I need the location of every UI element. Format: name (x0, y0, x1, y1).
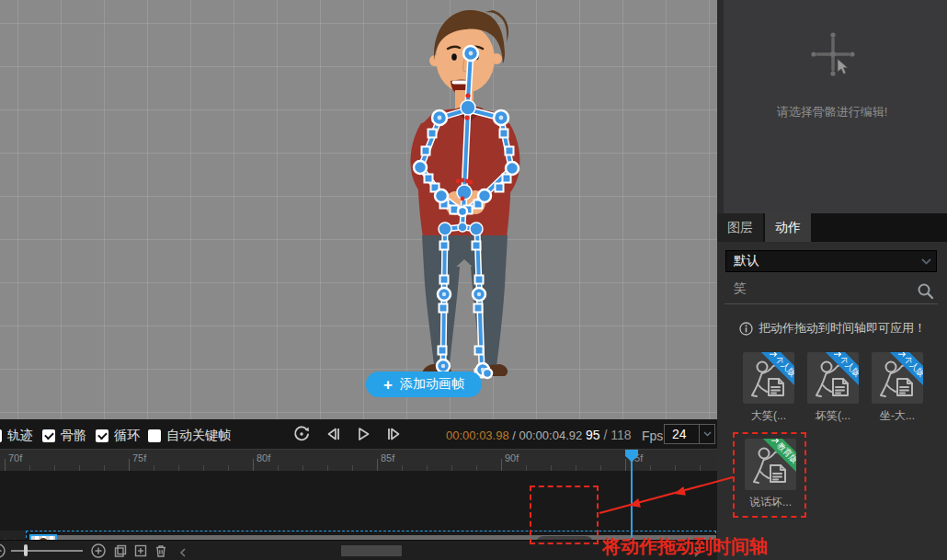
action-thumbnail: 个人版 (807, 352, 859, 404)
loop-playback-button[interactable] (292, 425, 313, 443)
zoom-out-button[interactable] (0, 543, 6, 560)
search-icon[interactable] (917, 282, 934, 303)
scroll-left-icon (178, 547, 188, 558)
action-label: 说话坏... (749, 495, 792, 510)
trash-icon (154, 543, 168, 558)
right-panel: 请选择骨骼进行编辑! 图层 动作 默认 (717, 0, 947, 560)
toggle-label: 骨骼 (61, 428, 86, 444)
preview-hint-text: 请选择骨骼进行编辑! (717, 104, 947, 120)
toggle-label: 循环 (114, 428, 140, 444)
toggle-trajectory[interactable]: 轨迹 (0, 428, 33, 444)
scrollbar-thumb[interactable] (341, 545, 402, 556)
toggle-loop[interactable]: 循环 (96, 428, 140, 444)
action-label: 大笑(... (751, 408, 786, 424)
copy-frame-button[interactable] (113, 543, 128, 560)
zoom-in-button[interactable] (91, 543, 106, 560)
toggle-auto-keyframe[interactable]: 自动关键帧 (148, 428, 231, 444)
tab-layers[interactable]: 图层 (717, 213, 763, 242)
auto-keyframe-checkbox[interactable] (148, 429, 161, 442)
crosshair-icon (804, 26, 861, 83)
drag-tip: 把动作拖动到时间轴即可应用！ (739, 320, 926, 337)
action-thumbnail: 个人版 (872, 352, 923, 404)
delete-button[interactable] (154, 543, 168, 560)
info-icon (739, 322, 753, 336)
time-display: 00:00:03.98 / 00:00:04.92 (446, 429, 582, 442)
playhead-line (631, 459, 633, 538)
trajectory-checkbox[interactable] (0, 429, 2, 442)
cursor-icon (838, 59, 848, 74)
timeline-panel: 轨迹 骨骼 循环 自动关键帧 00:00:03.98 / 00:00:04.92… (0, 419, 717, 560)
timeline-bottom-bar (0, 540, 717, 560)
action-label: 坐-大... (880, 408, 915, 424)
action-thumbnail: 个人版 (743, 352, 794, 404)
tab-actions[interactable]: 动作 (765, 213, 811, 242)
add-square-icon (133, 543, 148, 558)
copy-icon (113, 543, 128, 558)
fps-label: Fps (642, 429, 663, 443)
toggle-label: 轨迹 (7, 428, 33, 444)
action-item[interactable]: 个人版 坏笑(... (801, 352, 865, 424)
toggle-label: 自动关键帧 (166, 428, 231, 444)
fps-dropdown[interactable]: 24 (664, 424, 715, 444)
playhead[interactable] (624, 449, 639, 465)
scroll-left-button[interactable] (178, 545, 188, 560)
frame-counter: 95 / 118 (586, 428, 632, 442)
play-icon (354, 425, 372, 443)
play-button[interactable] (354, 425, 374, 443)
bone-edit-preview: 请选择骨骼进行编辑! (717, 0, 947, 213)
zoom-in-icon (91, 543, 106, 558)
character-with-skeleton[interactable] (0, 0, 717, 419)
track-area: 说话坏笑(人物1) (0, 471, 717, 540)
add-keyframe-button[interactable] (133, 543, 148, 560)
action-label: 坏笑(... (816, 408, 850, 424)
zoom-slider[interactable] (11, 550, 83, 552)
panel-tabbar: 图层 动作 (717, 213, 947, 242)
timeline-ruler[interactable]: 70f75f80f85f90f95f (0, 449, 717, 471)
category-dropdown[interactable]: 默认 (725, 250, 937, 272)
next-frame-icon (383, 425, 404, 443)
action-item[interactable]: 个人版 坐-大... (865, 352, 930, 424)
next-frame-button[interactable] (383, 425, 404, 443)
drag-tip-text: 把动作拖动到时间轴即可应用！ (759, 320, 926, 337)
scroll-right-button[interactable] (692, 545, 702, 560)
add-animation-frame-button[interactable]: + 添加动画帧 (366, 371, 482, 397)
action-item[interactable]: 个人版 大笑(... (736, 352, 801, 424)
prev-frame-button[interactable] (324, 425, 344, 443)
plus-icon: + (383, 377, 393, 393)
toggle-bones[interactable]: 骨骼 (42, 428, 86, 444)
zoom-slider-handle[interactable] (24, 544, 28, 556)
action-thumbnail: 教育版 (745, 439, 796, 490)
add-frame-label: 添加动画帧 (400, 376, 464, 393)
loop-icon (292, 425, 311, 443)
animation-editor-window: + 添加动画帧 请选择骨骼进行编辑! 图层 动作 (0, 0, 947, 560)
category-value: 默认 (726, 253, 916, 269)
action-search-row (725, 279, 938, 304)
zoom-out-icon (0, 543, 6, 558)
actions-panel: 默认 把动作拖动到时间轴即可应用！ (717, 242, 947, 560)
bones-checkbox[interactable] (42, 429, 55, 442)
search-input[interactable] (734, 281, 907, 296)
chevron-down-icon (916, 251, 936, 271)
prev-frame-icon (324, 425, 344, 443)
stage-canvas[interactable]: + 添加动画帧 (0, 0, 717, 419)
chevron-down-icon (699, 425, 714, 443)
fps-value: 24 (665, 427, 699, 441)
scroll-right-icon (692, 547, 702, 558)
action-item-highlighted[interactable]: 教育版 说话坏... (738, 439, 803, 510)
loop-checkbox[interactable] (96, 429, 108, 442)
